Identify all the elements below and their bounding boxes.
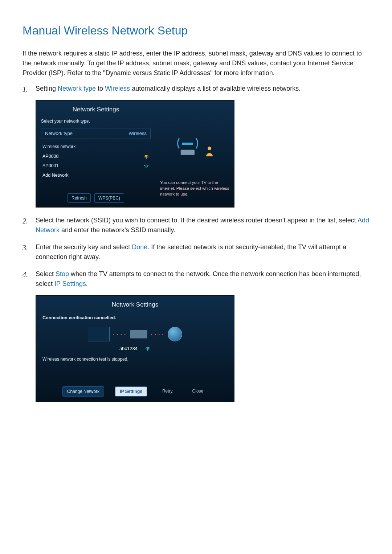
step-1: Setting Network type to Wireless automat… [23, 84, 369, 208]
person-icon [204, 138, 215, 156]
panelB-title: Network Settings [42, 300, 228, 309]
step-3: Enter the security key and select Done. … [23, 242, 369, 262]
connected-ssid: abc1234 [119, 345, 138, 352]
dots-icon: • • • • [151, 332, 164, 337]
wifi-signal-icon [143, 163, 149, 169]
tv-icon [88, 327, 110, 341]
step4-text-c: . [86, 280, 88, 287]
network-type-label: Network type [45, 130, 73, 137]
kw-done: Done [132, 243, 147, 251]
step1-text-b: to [96, 85, 105, 92]
network-type-value: Wireless [128, 130, 147, 137]
step1-text-a: Setting [36, 85, 58, 92]
wps-pbc-button[interactable]: WPS(PBC) [94, 193, 124, 203]
globe-icon [168, 327, 182, 341]
network-settings-panel-cancelled: Network Settings Connection verification… [36, 295, 234, 402]
ssid-row-1[interactable]: AP0001 [41, 161, 151, 171]
svg-point-0 [146, 158, 147, 159]
ssid-row-0[interactable]: AP0000 [41, 152, 151, 161]
kw-stop: Stop [56, 270, 69, 278]
wifi-signal-icon [145, 346, 151, 352]
add-network-row[interactable]: Add Network [41, 171, 151, 180]
add-network-label: Add Network [42, 172, 69, 179]
svg-point-4 [208, 147, 211, 150]
svg-rect-3 [181, 150, 195, 155]
wireless-list-header: Wireless network [41, 143, 151, 150]
step1-text-c: automatically displays a list of availab… [130, 85, 301, 92]
kw-wireless: Wireless [105, 85, 130, 92]
wifi-signal-icon [143, 154, 149, 160]
retry-button[interactable]: Retry [158, 386, 177, 397]
step2-text-a: Select the network (SSID) you wish to co… [36, 217, 358, 224]
router-illustration [160, 120, 230, 156]
page-title: Manual Wireless Network Setup [23, 22, 369, 39]
ssid-label: AP0001 [42, 163, 58, 169]
step-2: Select the network (SSID) you wish to co… [23, 216, 369, 235]
step2-text-b: and enter the network's SSID manually. [60, 226, 175, 234]
step3-text-a: Enter the security key and select [36, 243, 132, 251]
connection-status: Connection verification cancelled. [42, 315, 228, 321]
intro-paragraph: If the network requires a static IP addr… [23, 49, 369, 78]
connection-diagram: • • • • • • • • [42, 327, 228, 341]
svg-rect-2 [182, 143, 193, 145]
kw-ip-settings: IP Settings [54, 280, 86, 287]
ssid-label: AP0000 [42, 153, 58, 160]
kw-network-type: Network type [58, 85, 96, 92]
network-settings-panel-select: Network Settings Select your network typ… [36, 100, 234, 208]
svg-point-5 [147, 350, 148, 351]
close-button[interactable]: Close [188, 386, 208, 397]
dots-icon: • • • • [113, 332, 126, 337]
step-4: Select Stop when the TV attempts to conn… [23, 269, 369, 402]
network-type-selector[interactable]: Network type Wireless [41, 128, 151, 139]
panelA-subtitle: Select your network type. [41, 118, 151, 124]
svg-point-1 [146, 167, 147, 168]
step4-text-a: Select [36, 270, 56, 278]
connection-message: Wireless network connection test is stop… [42, 356, 228, 362]
ip-settings-button[interactable]: IP Settings [115, 386, 147, 397]
change-network-button[interactable]: Change Network [62, 386, 104, 397]
router-icon [130, 330, 147, 338]
refresh-button[interactable]: Refresh [68, 193, 91, 203]
panelA-helper-text: You can connect your TV to the internet.… [160, 180, 230, 202]
panelA-title: Network Settings [41, 105, 151, 114]
